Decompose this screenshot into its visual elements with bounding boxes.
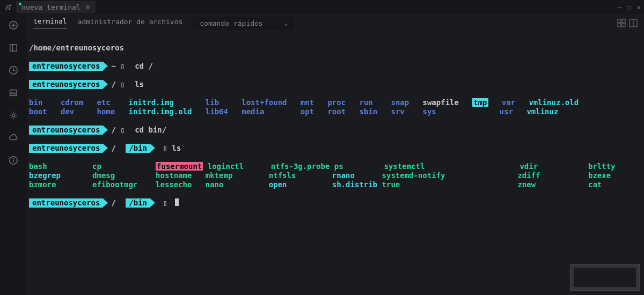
svg-rect-12 — [622, 19, 625, 23]
status-dot-icon — [19, 3, 21, 5]
svg-rect-3 — [10, 45, 17, 51]
tabs-row: terminal administrador de archivos coman… — [27, 14, 644, 32]
info-icon[interactable] — [9, 156, 18, 165]
window-controls: – □ ✕ — [618, 3, 641, 11]
ls-bin-output: bash cp fusermount loginctl ntfs-3g.prob… — [29, 162, 638, 189]
prompt-line: entreunosyceros/ ▯ cd bin/ — [29, 126, 638, 135]
sidebar — [0, 14, 27, 295]
view-mode-buttons — [617, 19, 638, 27]
tab-terminal[interactable]: terminal — [33, 17, 67, 29]
titlebar: εt nueva terminal ⊗ – □ ✕ — [0, 0, 644, 14]
app-logo: εt — [3, 2, 13, 13]
cwd-line: /home/entreunosyceros — [29, 43, 638, 53]
prompt-line: entreunosyceros~ ▯ cd / — [29, 62, 638, 71]
cursor — [175, 198, 179, 206]
session-tab[interactable]: nueva terminal ⊗ — [16, 1, 95, 13]
prompt-line: entreunosyceros/ /bin ▯ ls — [29, 144, 638, 153]
maximize-button[interactable]: □ — [627, 3, 631, 11]
close-tab-icon[interactable]: ⊗ — [86, 4, 90, 11]
image-icon[interactable] — [9, 88, 18, 98]
new-session-icon[interactable] — [9, 20, 18, 30]
main: terminal administrador de archivos coman… — [27, 14, 644, 295]
terminal-output[interactable]: /home/entreunosyceros entreunosyceros~ ▯… — [27, 32, 644, 295]
ls-root-output: bin cdrom etc initrd.img lib lost+found … — [29, 98, 638, 116]
svg-point-10 — [13, 158, 13, 159]
prompt-line[interactable]: entreunosyceros/ /bin ▯ — [29, 198, 638, 208]
minimap-thumbnail[interactable] — [570, 264, 640, 291]
svg-point-7 — [12, 114, 14, 116]
svg-rect-13 — [618, 24, 621, 27]
chevron-down-icon: ⌄ — [284, 20, 288, 27]
tab-files[interactable]: administrador de archivos — [78, 18, 183, 29]
history-icon[interactable] — [9, 65, 18, 75]
gear-icon[interactable] — [9, 110, 18, 120]
prompt-user: entreunosyceros — [29, 62, 103, 71]
session-tab-label: nueva terminal — [21, 3, 80, 11]
quick-commands-dropdown[interactable]: comando rápidos ⌄ — [193, 17, 294, 30]
close-window-button[interactable]: ✕ — [636, 3, 641, 11]
svg-rect-11 — [618, 19, 621, 23]
panel-icon[interactable] — [9, 43, 18, 53]
grid-view-icon[interactable] — [617, 19, 626, 27]
minimize-button[interactable]: – — [618, 3, 622, 11]
dropdown-label: comando rápidos — [200, 19, 262, 27]
prompt-line: entreunosyceros/ ▯ ls — [29, 80, 638, 89]
svg-rect-14 — [622, 24, 625, 27]
cloud-icon[interactable] — [9, 133, 18, 143]
split-view-icon[interactable] — [629, 19, 638, 27]
